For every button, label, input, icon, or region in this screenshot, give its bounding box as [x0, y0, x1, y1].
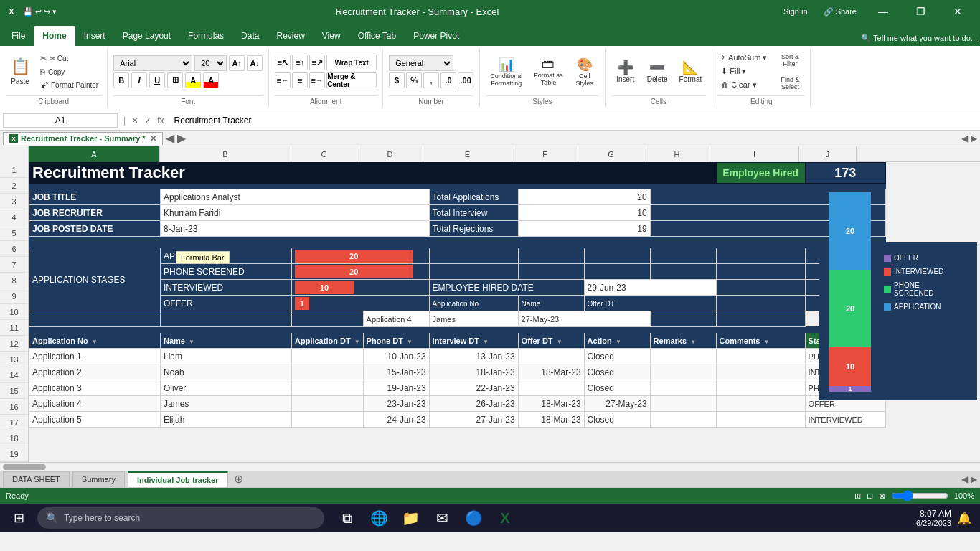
cut-button[interactable]: ✂ ✂ Cut — [37, 52, 101, 65]
row-num-8[interactable]: 8 — [0, 273, 28, 288]
spreadsheet-title-cell[interactable]: Recruitment Tracker — [29, 163, 717, 184]
formula-cancel-icon[interactable]: ✕ — [131, 116, 138, 126]
number-format-select[interactable]: General — [389, 55, 453, 71]
col-header-j[interactable]: J — [799, 146, 857, 162]
row-num-16[interactable]: 16 — [0, 399, 28, 415]
sheet-nav-left-button[interactable]: ◀ — [961, 474, 968, 484]
sheet-tab-summary[interactable]: Summary — [72, 471, 125, 487]
r17-comments[interactable] — [716, 380, 805, 396]
col-header-h[interactable]: H — [644, 146, 710, 162]
offer-dt-cell[interactable]: 27-May-23 — [518, 311, 650, 327]
r19-interviewdt[interactable]: 27-Jan-23 — [429, 412, 518, 428]
border-button[interactable]: ⊞ — [167, 72, 183, 88]
job-posted-label-cell[interactable]: JOB POSTED DATE — [29, 221, 161, 237]
r19-remarks[interactable] — [650, 412, 716, 428]
font-color-button[interactable]: A — [203, 72, 219, 88]
taskbar-task-view[interactable]: ⧉ — [333, 504, 362, 532]
r15-action[interactable]: Closed — [584, 349, 650, 364]
row-num-2[interactable]: 2 — [0, 178, 28, 194]
bar-app-cell[interactable]: 20 — [292, 248, 430, 264]
th-comments[interactable]: Comments ▼ — [716, 333, 805, 349]
th-offer-dt[interactable]: Offer DT ▼ — [518, 333, 584, 349]
horizontal-scrollbar[interactable] — [0, 462, 980, 471]
emp-hired-date-value[interactable]: 29-Jun-23 — [584, 280, 716, 296]
r15-appdt[interactable] — [292, 349, 364, 364]
taskbar-explorer[interactable]: 📁 — [396, 504, 425, 532]
th-name[interactable]: Name ▼ — [161, 333, 292, 349]
view-layout-icon[interactable]: ⊟ — [867, 491, 873, 501]
function-insert-icon[interactable]: fx — [157, 116, 164, 126]
row-num-15[interactable]: 15 — [0, 383, 28, 399]
tab-page-layout[interactable]: Page Layout — [114, 26, 179, 46]
decimal-decrease-button[interactable]: .00 — [458, 72, 473, 88]
emp-hired-date-label[interactable]: EMPLOYEE HIRED DATE — [429, 280, 584, 296]
r18-appno[interactable]: Application 4 — [29, 396, 161, 412]
row-num-6[interactable]: 6 — [0, 241, 28, 257]
find-select-button[interactable]: Find &Select — [776, 72, 804, 94]
col-header-d[interactable]: D — [357, 146, 423, 162]
r15-appno[interactable]: Application 1 — [29, 349, 161, 364]
underline-button[interactable]: U — [149, 72, 165, 88]
r16-comments[interactable] — [716, 364, 805, 380]
offer-app-header[interactable]: Application No — [429, 296, 518, 311]
delete-button[interactable]: ➖ Delete — [643, 50, 672, 93]
fill-color-button[interactable]: A — [185, 72, 201, 88]
col-header-g[interactable]: G — [578, 146, 644, 162]
r16-appdt[interactable] — [292, 364, 364, 380]
r16-interviewdt[interactable]: 18-Jan-23 — [429, 364, 518, 380]
formula-confirm-icon[interactable]: ✓ — [144, 116, 151, 126]
start-button[interactable]: ⊞ — [3, 504, 34, 532]
r16-appno[interactable]: Application 2 — [29, 364, 161, 380]
r17-name[interactable]: Oliver — [161, 380, 292, 396]
tab-data[interactable]: Data — [232, 26, 268, 46]
r17-offerdt[interactable] — [518, 380, 584, 396]
col-header-a[interactable]: A — [29, 146, 160, 162]
col-header-c[interactable]: C — [291, 146, 357, 162]
r15-name[interactable]: Liam — [161, 349, 292, 364]
paste-button[interactable]: 📋 Paste — [6, 50, 34, 93]
stage-offer-label-cell[interactable]: OFFER — [161, 296, 292, 311]
r19-action[interactable]: Closed — [584, 412, 650, 428]
r18-remarks[interactable] — [650, 396, 716, 412]
italic-button[interactable]: I — [131, 72, 147, 88]
wrap-text-button[interactable]: Wrap Text — [326, 55, 377, 70]
tab-file[interactable]: File — [3, 26, 34, 46]
cell-reference-input[interactable] — [3, 113, 118, 128]
r19-name[interactable]: Elijah — [161, 412, 292, 428]
stage-phone-label-cell[interactable]: PHONE SCREENED — [161, 264, 292, 280]
row-num-19[interactable]: 19 — [0, 446, 28, 462]
insert-button[interactable]: ➕ Insert — [611, 50, 640, 93]
col-header-f[interactable]: F — [512, 146, 578, 162]
r15-comments[interactable] — [716, 349, 805, 364]
r19-offerdt[interactable]: 18-Mar-23 — [518, 412, 584, 428]
sign-in-button[interactable]: Sign in — [778, 0, 814, 23]
scroll-left-icon[interactable]: ◀ — [166, 131, 174, 145]
offer-name-header[interactable]: Name — [518, 296, 584, 311]
row-num-13[interactable]: 13 — [0, 352, 28, 367]
job-title-value-cell[interactable]: Applications Analyst — [161, 189, 430, 205]
align-top-center-button[interactable]: ≡↑ — [292, 55, 308, 70]
auto-sum-button[interactable]: Σ AutoSum ▾ — [718, 52, 770, 64]
font-size-select[interactable]: 20 — [194, 55, 227, 71]
row-num-10[interactable]: 10 — [0, 304, 28, 320]
r17-action[interactable]: Closed — [584, 380, 650, 396]
r19-status[interactable]: INTERVIEWED — [805, 412, 885, 428]
row-num-4[interactable]: 4 — [0, 209, 28, 225]
font-name-select[interactable]: Arial — [113, 55, 192, 71]
align-top-left-button[interactable]: ≡↖ — [275, 55, 291, 70]
tab-office-tab[interactable]: Office Tab — [349, 26, 405, 46]
corner-cell[interactable] — [0, 146, 29, 162]
r19-appdt[interactable] — [292, 412, 364, 428]
total-interview-value-cell[interactable]: 10 — [518, 205, 650, 221]
r17-phonedt[interactable]: 19-Jan-23 — [363, 380, 429, 396]
filter-icon-action[interactable]: ▼ — [616, 339, 621, 345]
filter-icon-remarks[interactable]: ▼ — [690, 339, 696, 345]
decimal-increase-button[interactable]: .0 — [440, 72, 456, 88]
align-left-button[interactable]: ≡← — [275, 72, 291, 88]
row-num-9[interactable]: 9 — [0, 288, 28, 304]
filter-icon-phonedt[interactable]: ▼ — [407, 339, 413, 345]
percent-button[interactable]: % — [406, 72, 422, 88]
view-normal-icon[interactable]: ⊞ — [854, 491, 861, 501]
r17-appdt[interactable] — [292, 380, 364, 396]
th-remarks[interactable]: Remarks ▼ — [650, 333, 716, 349]
